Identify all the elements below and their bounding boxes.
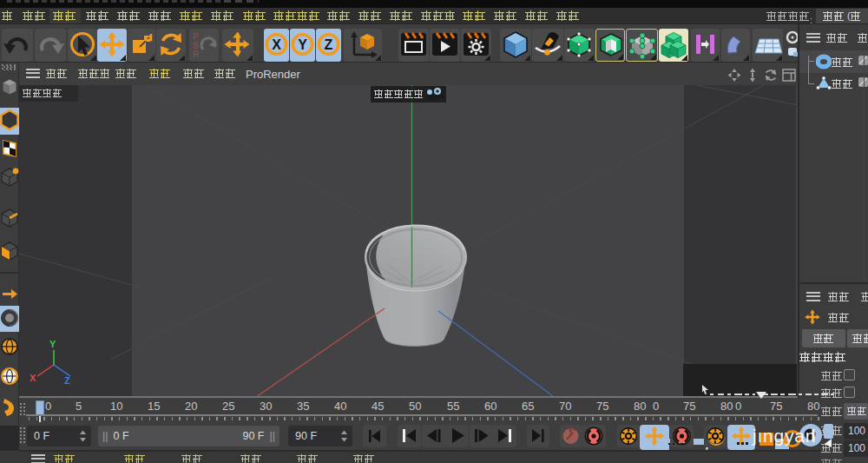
svg-text:R: R bbox=[193, 50, 200, 59]
svg-text:Y: Y bbox=[298, 37, 307, 52]
svg-text:X: X bbox=[30, 373, 36, 383]
svg-text:Z: Z bbox=[64, 375, 70, 386]
svg-text:Z: Z bbox=[325, 37, 333, 52]
svg-text:Y: Y bbox=[49, 339, 56, 349]
svg-text:X: X bbox=[272, 37, 281, 52]
svg-text:jıngyan: jıngyan bbox=[752, 426, 816, 446]
